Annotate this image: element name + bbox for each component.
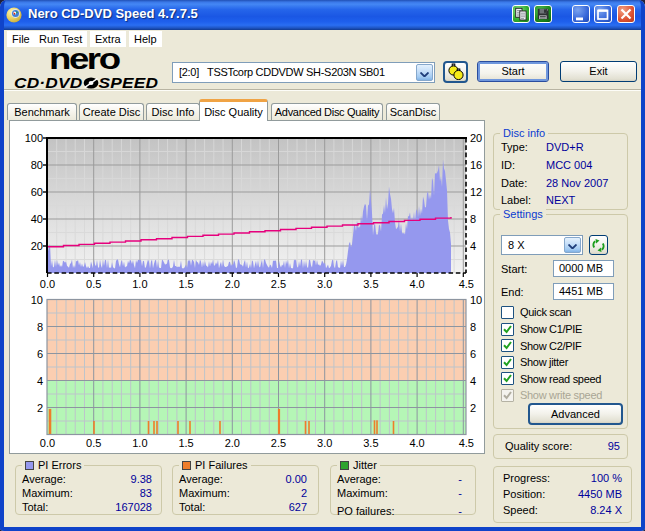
svg-text:3.5: 3.5 bbox=[363, 278, 378, 290]
svg-text:2.5: 2.5 bbox=[271, 278, 286, 290]
svg-text:4.5: 4.5 bbox=[459, 437, 474, 449]
svg-text:10: 10 bbox=[470, 294, 482, 306]
svg-text:4: 4 bbox=[37, 375, 43, 387]
svg-text:8: 8 bbox=[470, 321, 476, 333]
svg-text:0.0: 0.0 bbox=[40, 437, 55, 449]
svg-text:1.0: 1.0 bbox=[132, 437, 147, 449]
svg-text:2.0: 2.0 bbox=[225, 437, 240, 449]
svg-text:6: 6 bbox=[470, 348, 476, 360]
svg-text:16: 16 bbox=[470, 159, 482, 171]
svg-text:1.5: 1.5 bbox=[178, 437, 193, 449]
svg-text:3.5: 3.5 bbox=[363, 437, 378, 449]
svg-text:1.0: 1.0 bbox=[132, 278, 147, 290]
svg-text:8: 8 bbox=[37, 321, 43, 333]
svg-text:2.0: 2.0 bbox=[225, 278, 240, 290]
svg-text:2: 2 bbox=[470, 402, 476, 414]
svg-text:60: 60 bbox=[31, 186, 43, 198]
svg-text:4.0: 4.0 bbox=[409, 437, 424, 449]
svg-text:40: 40 bbox=[31, 213, 43, 225]
svg-text:0.0: 0.0 bbox=[40, 278, 55, 290]
svg-text:10: 10 bbox=[31, 294, 43, 306]
svg-text:0.5: 0.5 bbox=[86, 278, 101, 290]
svg-text:8: 8 bbox=[470, 213, 476, 225]
svg-text:0.5: 0.5 bbox=[86, 437, 101, 449]
svg-text:6: 6 bbox=[37, 348, 43, 360]
svg-text:4.0: 4.0 bbox=[409, 278, 424, 290]
svg-text:1.5: 1.5 bbox=[178, 278, 193, 290]
svg-text:4.5: 4.5 bbox=[459, 278, 474, 290]
svg-text:2: 2 bbox=[37, 402, 43, 414]
svg-text:100: 100 bbox=[25, 132, 43, 144]
svg-text:20: 20 bbox=[470, 132, 482, 144]
svg-text:80: 80 bbox=[31, 159, 43, 171]
svg-text:20: 20 bbox=[31, 240, 43, 252]
svg-text:4: 4 bbox=[470, 375, 476, 387]
svg-text:4: 4 bbox=[470, 240, 476, 252]
svg-text:12: 12 bbox=[470, 186, 482, 198]
svg-text:3.0: 3.0 bbox=[317, 278, 332, 290]
svg-text:3.0: 3.0 bbox=[317, 437, 332, 449]
svg-text:2.5: 2.5 bbox=[271, 437, 286, 449]
